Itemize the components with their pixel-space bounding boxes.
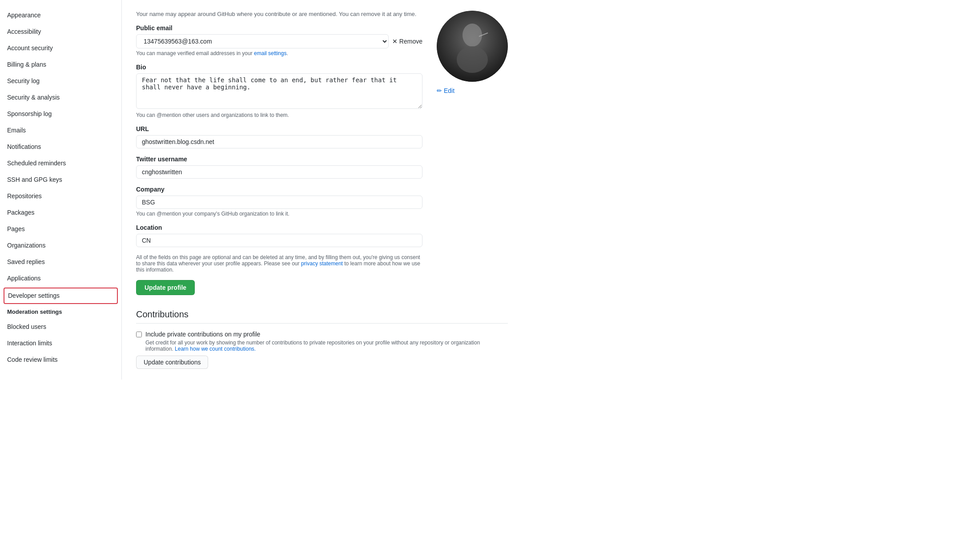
sidebar-item-repositories[interactable]: Repositories: [0, 188, 121, 204]
email-row: 13475639563@163.com ✕ Remove: [136, 34, 422, 48]
email-select[interactable]: 13475639563@163.com: [136, 34, 389, 48]
sidebar-item-security-log[interactable]: Security log: [0, 73, 121, 89]
sidebar-item-security-analysis[interactable]: Security & analysis: [0, 89, 121, 106]
contributions-section: Contributions Include private contributi…: [136, 309, 508, 369]
edit-avatar-button[interactable]: ✏ Edit: [437, 85, 454, 96]
bio-input[interactable]: Fear not that the life shall come to an …: [136, 73, 422, 109]
url-input[interactable]: [136, 135, 422, 148]
avatar-inner: [437, 11, 508, 82]
email-manage-note: You can manage verified email addresses …: [136, 50, 422, 56]
sidebar-item-pages[interactable]: Pages: [0, 221, 121, 237]
location-label: Location: [136, 224, 422, 231]
email-settings-link[interactable]: email settings: [254, 50, 286, 56]
sidebar-item-blocked-users[interactable]: Blocked users: [0, 319, 121, 335]
sidebar-item-emails[interactable]: Emails: [0, 122, 121, 139]
profile-header: Your name may appear around GitHub where…: [136, 11, 508, 295]
public-email-label: Public email: [136, 24, 422, 32]
privacy-note: All of the fields on this page are optio…: [136, 254, 422, 273]
url-group: URL: [136, 125, 422, 148]
sidebar-item-billing[interactable]: Billing & plans: [0, 56, 121, 73]
private-contributions-label-group: Include private contributions on my prof…: [145, 331, 508, 352]
profile-avatar-section: ✏ Edit: [437, 11, 508, 96]
public-email-group: Public email 13475639563@163.com ✕ Remov…: [136, 24, 422, 56]
contributions-desc: Get credit for all your work by showing …: [145, 340, 508, 352]
update-contributions-button[interactable]: Update contributions: [136, 356, 208, 369]
sidebar: Appearance Accessibility Account securit…: [0, 0, 122, 380]
update-profile-button[interactable]: Update profile: [136, 280, 195, 295]
private-contributions-label[interactable]: Include private contributions on my prof…: [145, 331, 260, 338]
email-select-wrap: 13475639563@163.com: [136, 34, 389, 48]
sidebar-item-appearance[interactable]: Appearance: [0, 7, 121, 24]
twitter-group: Twitter username: [136, 156, 422, 179]
sidebar-item-organizations[interactable]: Organizations: [0, 237, 121, 254]
sidebar-item-notifications[interactable]: Notifications: [0, 139, 121, 155]
sidebar-item-saved-replies[interactable]: Saved replies: [0, 254, 121, 270]
svg-point-1: [462, 24, 482, 47]
location-group: Location: [136, 224, 422, 247]
sidebar-item-code-review-limits[interactable]: Code review limits: [0, 352, 121, 368]
remove-email-link[interactable]: ✕ Remove: [392, 38, 422, 45]
edit-label: Edit: [444, 87, 454, 94]
bio-group: Bio Fear not that the life shall come to…: [136, 64, 422, 118]
company-group: Company You can @mention your company's …: [136, 186, 422, 217]
remove-label: Remove: [399, 38, 422, 45]
url-label: URL: [136, 125, 422, 132]
x-icon: ✕: [392, 38, 398, 45]
company-input[interactable]: [136, 196, 422, 209]
profile-form: Your name may appear around GitHub where…: [136, 11, 422, 295]
sidebar-item-account-security[interactable]: Account security: [0, 40, 121, 56]
avatar: [437, 11, 508, 82]
private-contributions-checkbox[interactable]: [136, 332, 142, 337]
twitter-label: Twitter username: [136, 156, 422, 163]
company-label: Company: [136, 186, 422, 193]
sidebar-item-developer-settings[interactable]: Developer settings: [4, 288, 118, 304]
sidebar-item-accessibility[interactable]: Accessibility: [0, 24, 121, 40]
company-note: You can @mention your company's GitHub o…: [136, 211, 422, 217]
twitter-input[interactable]: [136, 165, 422, 179]
bio-label: Bio: [136, 64, 422, 71]
top-note: Your name may appear around GitHub where…: [136, 11, 422, 17]
bio-mention-note: You can @mention other users and organiz…: [136, 112, 422, 118]
sidebar-item-scheduled-reminders[interactable]: Scheduled reminders: [0, 155, 121, 172]
moderation-settings-heading: Moderation settings: [0, 305, 121, 319]
sidebar-item-applications[interactable]: Applications: [0, 270, 121, 287]
main-content: Your name may appear around GitHub where…: [122, 0, 522, 380]
pencil-icon: ✏: [437, 87, 442, 94]
sidebar-item-ssh-gpg-keys[interactable]: SSH and GPG keys: [0, 172, 121, 188]
location-input[interactable]: [136, 234, 422, 247]
svg-point-2: [457, 46, 488, 73]
private-contributions-row: Include private contributions on my prof…: [136, 331, 508, 352]
sidebar-item-packages[interactable]: Packages: [0, 204, 121, 221]
privacy-statement-link[interactable]: privacy statement: [301, 260, 343, 267]
avatar-image: [437, 11, 508, 82]
sidebar-item-sponsorship-log[interactable]: Sponsorship log: [0, 106, 121, 122]
sidebar-item-interaction-limits[interactable]: Interaction limits: [0, 335, 121, 352]
contributions-title: Contributions: [136, 309, 508, 324]
learn-contributions-link[interactable]: Learn how we count contributions.: [175, 346, 256, 352]
